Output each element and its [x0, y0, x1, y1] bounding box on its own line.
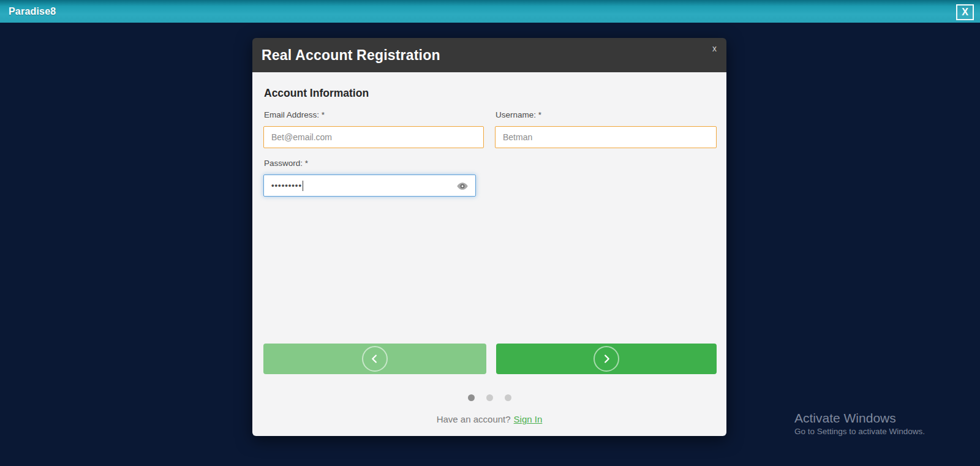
modal-close-button[interactable]: x [712, 44, 717, 53]
email-input[interactable] [263, 126, 484, 148]
section-heading: Account Information [264, 87, 369, 100]
username-label: Username: * [496, 110, 541, 119]
watermark-subtitle: Go to Settings to activate Windows. [794, 427, 925, 436]
modal-body: Account Information Email Address: * Use… [252, 72, 726, 436]
pagination-dots [252, 394, 726, 401]
modal-title: Real Account Registration [262, 47, 440, 64]
pagination-dot[interactable] [505, 394, 511, 401]
close-icon: X [962, 7, 968, 18]
pagination-dot[interactable] [468, 394, 475, 401]
email-label: Email Address: * [264, 110, 325, 119]
chevron-left-icon [362, 346, 388, 372]
password-masked-value: ••••••••• [271, 175, 302, 197]
text-caret [303, 181, 303, 191]
pagination-dot[interactable] [486, 394, 493, 401]
username-input[interactable] [495, 126, 717, 148]
have-account-text: Have an account? [437, 414, 511, 424]
next-button[interactable] [496, 344, 717, 374]
app-title: Paradise8 [9, 0, 56, 23]
close-icon: x [712, 43, 717, 53]
show-password-eye-icon[interactable] [456, 181, 469, 191]
window-close-button[interactable]: X [956, 4, 974, 20]
back-button[interactable] [263, 344, 486, 374]
sign-in-link[interactable]: Sign In [514, 414, 543, 424]
watermark-title: Activate Windows [794, 411, 925, 426]
password-label: Password: * [264, 159, 308, 168]
activate-windows-watermark: Activate Windows Go to Settings to activ… [794, 411, 925, 436]
titlebar: Paradise8 X [0, 0, 980, 23]
registration-modal: Real Account Registration x Account Info… [252, 38, 726, 436]
page-background: Real Account Registration x Account Info… [0, 23, 980, 466]
signin-row: Have an account?Sign In [252, 414, 726, 424]
password-input[interactable]: ••••••••• [263, 175, 476, 197]
chevron-right-icon [594, 346, 619, 372]
modal-header: Real Account Registration x [252, 38, 726, 72]
